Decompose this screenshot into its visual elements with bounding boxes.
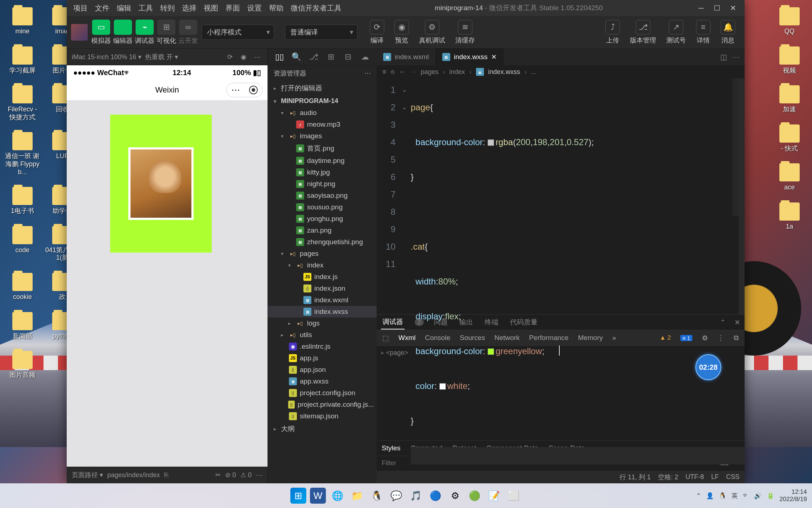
timer-badge[interactable]: 02:28 <box>695 354 721 380</box>
tree-file[interactable]: ▦night.png <box>268 178 377 190</box>
clock[interactable]: 12:14 2022/8/19 <box>779 488 807 503</box>
mode-button[interactable]: ⌁ <box>136 20 154 35</box>
editor-tab[interactable]: ▦index.wxml <box>377 49 436 65</box>
minimap[interactable] <box>732 78 739 216</box>
capsule-button[interactable]: ⋯ <box>226 83 262 97</box>
tree-file[interactable]: JSapp.js <box>268 352 377 364</box>
tree-file[interactable]: ◉.eslintrc.js <box>268 341 377 352</box>
explorer-more-icon[interactable]: ⋯ <box>364 69 371 78</box>
code-editor[interactable]: 1234567891011 ⌄⌄ page{ background-color:… <box>377 78 745 314</box>
mode-button[interactable]: ∞ <box>179 20 197 35</box>
tree-folder[interactable]: ▾▸▯index <box>268 259 377 271</box>
list-icon[interactable]: ≡ <box>382 68 386 76</box>
music-icon[interactable]: 🎵 <box>408 488 424 504</box>
device-selector[interactable]: iMac 15-inch 100% 16 ▾ <box>72 53 141 61</box>
menu-item[interactable]: 视图 <box>200 3 222 13</box>
tree-file[interactable]: ▦sousuo.png <box>268 201 377 213</box>
tray-chevron-icon[interactable]: ⌃ <box>696 492 701 500</box>
forward-icon[interactable]: → <box>410 68 417 76</box>
tree-folder[interactable]: ▾▸▯audio <box>268 107 377 119</box>
search-icon[interactable]: 🔍 <box>291 51 302 63</box>
menu-item[interactable]: 界面 <box>222 3 244 13</box>
tool-button[interactable]: 🔔 <box>721 20 735 34</box>
db-icon[interactable]: ⊟ <box>342 51 354 63</box>
minimize-button[interactable]: ─ <box>697 4 705 12</box>
tab-debugger[interactable]: 调试器 <box>381 315 405 329</box>
editor-tab[interactable]: ▦index.wxss✕ <box>436 49 504 65</box>
tree-folder[interactable]: ▾▸▯images <box>268 130 377 142</box>
more-icon[interactable]: ⋯ <box>256 471 262 479</box>
menu-item[interactable]: 项目 <box>70 3 91 13</box>
mode-button[interactable]: ▭ <box>92 20 110 35</box>
more-icon[interactable]: ⋯ <box>252 52 262 62</box>
start-button[interactable]: ⊞ <box>290 488 306 504</box>
tree-file[interactable]: JSindex.js <box>268 271 377 283</box>
tool-button[interactable]: ⎇ <box>636 20 650 34</box>
tree-folder[interactable]: ▸▸▯utils <box>268 329 377 341</box>
tree-file[interactable]: ▦yonghu.png <box>268 213 377 225</box>
desktop-icon[interactable]: 新闻部 <box>4 312 41 340</box>
tool-button[interactable]: ⚙ <box>425 20 439 34</box>
close-button[interactable]: ✕ <box>729 4 737 12</box>
tool-button[interactable]: ≡ <box>696 20 710 34</box>
files-icon[interactable]: ▯▯ <box>274 51 285 63</box>
desktop-icon[interactable]: 视频 <box>771 46 808 75</box>
menu-item[interactable]: 转到 <box>157 3 178 13</box>
maximize-button[interactable]: ☐ <box>713 4 721 12</box>
tree-file[interactable]: ▦zan.png <box>268 225 377 236</box>
desktop-icon[interactable]: FileRecv - 快捷方式 <box>4 85 41 121</box>
menu-item[interactable]: 工具 <box>135 3 157 13</box>
desktop-icon[interactable]: ace <box>771 163 808 192</box>
menu-item[interactable]: 选择 <box>178 3 200 13</box>
desktop-icon[interactable]: QQ <box>771 7 808 36</box>
extensions-icon[interactable]: ⊞ <box>325 51 337 63</box>
menu-item[interactable]: 微信开发者工具 <box>287 3 345 13</box>
split-icon[interactable]: ◫ <box>720 53 727 61</box>
tree-file[interactable]: ▦index.wxss <box>268 306 377 318</box>
bookmark-icon[interactable]: ⎋ <box>391 68 395 76</box>
tree-file[interactable]: ▦saoyisao.png <box>268 190 377 201</box>
devtools-icon[interactable]: 🟢 <box>467 488 482 504</box>
tool-button[interactable]: ⟳ <box>370 20 384 34</box>
desktop-icon[interactable]: mine <box>4 7 41 36</box>
record-icon[interactable]: ◉ <box>239 52 249 62</box>
menu-item[interactable]: 文件 <box>91 3 113 13</box>
tree-file[interactable]: {}sitemap.json <box>268 410 377 422</box>
tree-file[interactable]: {}project.private.config.js... <box>268 399 377 410</box>
desktop-icon[interactable]: 图片音频 <box>4 351 41 379</box>
mode-button[interactable] <box>114 20 132 35</box>
tray-qq-icon[interactable]: 🐧 <box>719 492 726 500</box>
tray-user-icon[interactable]: 👤 <box>706 492 714 500</box>
explorer-icon[interactable]: 📁 <box>349 488 365 504</box>
more-icon[interactable]: ⋯ <box>732 53 740 61</box>
desktop-icon[interactable]: - 快式 <box>771 124 808 153</box>
tree-file[interactable]: ▦daytime.png <box>268 155 377 167</box>
wechat-icon[interactable]: 💬 <box>388 488 404 504</box>
ime-lang[interactable]: 英 <box>732 492 738 500</box>
menu-item[interactable]: 编辑 <box>113 3 135 13</box>
compile-dropdown[interactable]: 普通编译 <box>285 25 357 40</box>
scrollbar[interactable] <box>739 78 745 314</box>
tree-file[interactable]: ♪meow.mp3 <box>268 119 377 130</box>
desktop-icon[interactable]: 加速 <box>771 85 808 114</box>
mode-button[interactable]: ⊞ <box>157 20 175 35</box>
mode-dropdown[interactable]: 小程序模式 <box>202 25 274 40</box>
hotreload-toggle[interactable]: 热重载 开 ▾ <box>145 53 178 61</box>
open-editors-section[interactable]: ▸打开的编辑器 <box>268 81 377 95</box>
settings-icon[interactable]: ⚙ <box>447 488 463 504</box>
desktop-icon[interactable]: 1电子书 <box>4 187 41 215</box>
tree-file[interactable]: ▦kitty.jpg <box>268 167 377 178</box>
copy-icon[interactable]: ⎘ <box>164 471 168 479</box>
tool-button[interactable]: ≋ <box>458 20 472 34</box>
page-path-label[interactable]: 页面路径 ▾ <box>72 471 103 479</box>
battery-icon[interactable]: 🔋 <box>767 492 774 500</box>
git-icon[interactable]: ⎇ <box>308 51 319 63</box>
menu-item[interactable]: 帮助 <box>265 3 287 13</box>
tool-button[interactable]: ⤴ <box>605 20 620 34</box>
desktop-icon[interactable]: cookie <box>4 273 41 301</box>
desktop-icon[interactable]: 学习截屏 <box>4 46 41 75</box>
tree-file[interactable]: ▦首页.png <box>268 142 377 155</box>
close-tab-icon[interactable]: ✕ <box>491 53 497 61</box>
cloud-icon[interactable]: ☁ <box>359 51 371 63</box>
scissors-icon[interactable]: ✂ <box>215 471 221 479</box>
